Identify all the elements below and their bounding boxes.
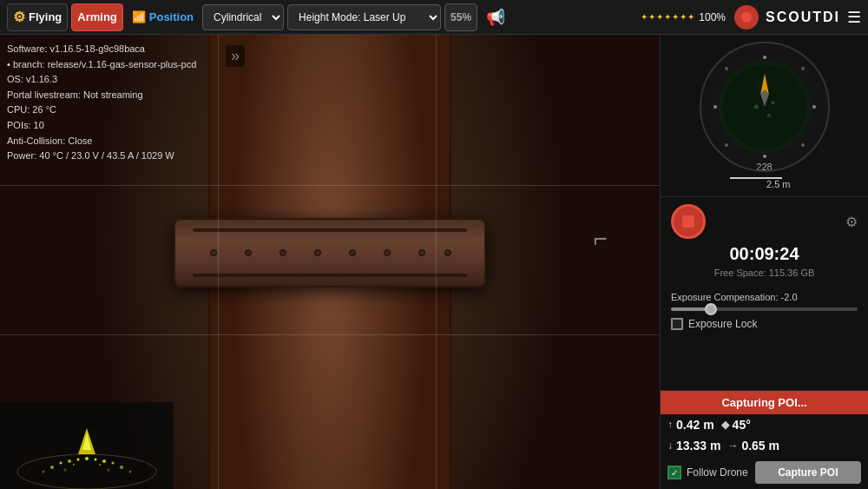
cylindrical-dropdown[interactable]: Cylindrical Spherical Planar	[202, 4, 284, 30]
down-distance: ↓ 13.33 m	[667, 439, 720, 453]
svg-point-16	[108, 469, 110, 472]
telemetry-row-2: ↓ 13.33 m → 0.65 m	[661, 435, 868, 456]
svg-point-8	[102, 459, 106, 463]
megaphone-icon: 📢	[486, 8, 505, 27]
compass-map-section: 228 2.5 m	[661, 35, 868, 196]
cpu-temp: CPU: 26 °C	[7, 102, 196, 118]
arming-button[interactable]: Arming	[71, 3, 123, 31]
free-space-label: Free Space: 115.36 GB	[671, 268, 858, 278]
exposure-lock-label: Exposure Lock	[688, 318, 757, 330]
svg-point-14	[99, 464, 101, 466]
topbar: ⚙ Flying Arming 📶 Position Cylindrical S…	[0, 0, 868, 35]
compass-heading-value: 228	[756, 162, 772, 172]
software-version: Software: v1.16.5-18-g9c98baca	[7, 42, 196, 57]
capturing-status-bar: Capturing POI...	[661, 391, 868, 414]
info-panel: Software: v1.16.5-18-g9c98baca • branch:…	[7, 42, 196, 164]
exposure-slider-track[interactable]	[671, 307, 858, 311]
arming-label: Arming	[77, 10, 117, 23]
map-scale-label: 2.5 m	[766, 179, 791, 189]
right-arrow-icon: →	[727, 439, 738, 452]
down-distance-value: 13.33 m	[676, 439, 720, 453]
svg-point-6	[85, 457, 89, 460]
exposure-lock-checkbox[interactable]	[671, 318, 683, 330]
position-icon: 📶	[132, 10, 146, 23]
up-arrow-icon: ↑	[667, 419, 673, 431]
angle-value: 45°	[733, 418, 751, 432]
battery-dots-icon: ✦✦✦✦✦✦✦	[641, 12, 695, 22]
follow-drone-label: Follow Drone	[687, 466, 748, 479]
portal-stream: Portal livestream: Not streaming	[7, 88, 196, 103]
flying-label: Flying	[29, 10, 62, 23]
battery-status: ✦✦✦✦✦✦✦ 100%	[641, 11, 726, 23]
angle-icon: ◆	[721, 419, 729, 431]
recording-timer: 00:09:24	[671, 244, 858, 264]
bolt	[210, 249, 217, 256]
bolt	[279, 249, 286, 256]
compass-circle: 228	[700, 42, 830, 172]
height-mode-dropdown[interactable]: Height Mode: Laser Up Height Mode: Laser…	[287, 4, 441, 30]
map-scale: 2.5 m	[730, 175, 799, 189]
recording-settings-icon[interactable]: ⚙	[845, 214, 858, 230]
os-version: OS: v1.16.3	[7, 72, 196, 88]
menu-button[interactable]: ☰	[847, 8, 861, 27]
bolt	[418, 249, 425, 256]
svg-point-9	[112, 462, 115, 465]
scoutdi-logo: SCOUTDI	[766, 10, 840, 25]
svg-point-5	[77, 459, 80, 461]
brightness-value: 55%	[450, 11, 471, 23]
brightness-control[interactable]: 55%	[444, 3, 477, 31]
flying-status: ⚙ Flying	[7, 3, 68, 31]
exposure-slider-thumb[interactable]	[705, 303, 717, 315]
svg-point-15	[64, 469, 67, 472]
bolt	[349, 249, 356, 256]
anti-collision: Anti-Collision: Close	[7, 134, 196, 149]
branch-info: • branch: release/v.1.16-gas-sensor-plus…	[7, 57, 196, 73]
drone-lidar-view	[0, 402, 174, 489]
recording-header: ⚙	[671, 204, 858, 239]
pois-count: POIs: 10	[7, 118, 196, 134]
bottom-status-panel: Capturing POI... ↑ 0.42 m ◆ 45° ↓ 13.33 …	[661, 390, 868, 489]
position-button[interactable]: 📶 Position	[127, 3, 199, 31]
exposure-lock-row: Exposure Lock	[671, 318, 858, 330]
svg-point-2	[50, 466, 54, 469]
record-icon	[741, 12, 752, 23]
up-distance: ↑ 0.42 m	[667, 418, 714, 432]
gear-icon: ⚙	[13, 9, 25, 25]
follow-drone-row: ✓ Follow Drone Capture POI	[661, 456, 868, 489]
svg-point-21	[771, 101, 774, 104]
power-info: Power: 40 °C / 23.0 V / 43.5 A / 1029 W	[7, 149, 196, 164]
position-label: Position	[149, 10, 194, 23]
horizontal-distance: → 0.65 m	[727, 439, 779, 453]
recording-section: ⚙ 00:09:24 Free Space: 115.36 GB	[661, 196, 868, 285]
svg-point-10	[120, 466, 123, 469]
bolt	[245, 249, 252, 256]
svg-point-23	[766, 114, 770, 117]
exposure-slider-fill	[671, 307, 708, 311]
megaphone-button[interactable]: 📢	[481, 3, 510, 31]
svg-point-22	[753, 105, 758, 109]
svg-point-13	[73, 464, 75, 466]
stop-icon	[682, 215, 694, 228]
follow-drone-checkbox[interactable]: ✓	[667, 466, 681, 479]
capture-poi-button[interactable]: Capture POI	[755, 461, 861, 484]
stop-recording-button[interactable]	[671, 204, 706, 239]
right-panel: 228 2.5 m ⚙ 00:09:24 Free Space: 115.36 …	[660, 35, 868, 489]
exposure-label: Exposure Compensation: -2.0	[671, 292, 858, 302]
horizontal-distance-value: 0.65 m	[741, 439, 779, 453]
record-button[interactable]	[734, 5, 759, 30]
follow-drone-check-mark: ✓	[671, 468, 678, 478]
bolt	[384, 249, 391, 256]
svg-point-11	[43, 471, 45, 473]
bolt	[444, 249, 451, 256]
svg-point-4	[68, 459, 71, 463]
angle-value-item: ◆ 45°	[721, 418, 751, 432]
svg-point-7	[95, 459, 97, 461]
battery-percentage: 100%	[699, 11, 726, 23]
telemetry-row-1: ↑ 0.42 m ◆ 45°	[661, 414, 868, 435]
exposure-section: Exposure Compensation: -2.0 Exposure Loc…	[661, 285, 868, 337]
follow-drone-checkbox-area[interactable]: ✓ Follow Drone	[667, 466, 748, 479]
down-arrow-icon: ↓	[667, 439, 673, 452]
pipe-flange	[174, 218, 486, 287]
collapse-button[interactable]: »	[226, 45, 245, 67]
up-distance-value: 0.42 m	[676, 418, 714, 432]
